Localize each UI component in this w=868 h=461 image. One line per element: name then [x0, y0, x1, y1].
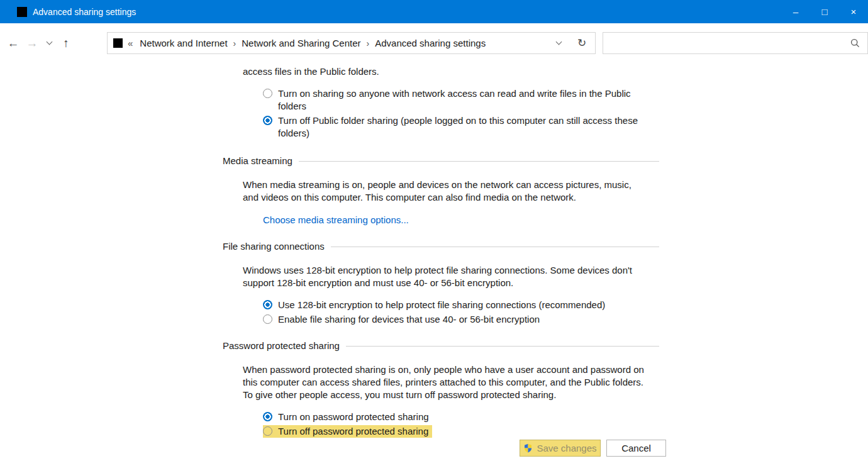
password-protected-description: When password protected sharing is on, o…	[243, 364, 649, 401]
settings-content: access files in the Public folders. Turn…	[223, 63, 659, 438]
minimize-button[interactable]: –	[781, 0, 810, 23]
nav-buttons: ← → ↑	[4, 23, 75, 63]
refresh-icon[interactable]: ↻	[569, 36, 595, 50]
radio-selected-icon[interactable]	[263, 412, 272, 421]
dialog-footer: Save changes Cancel	[520, 440, 666, 457]
radio-icon[interactable]	[263, 89, 272, 98]
radio-turn-on-password-protected-sharing[interactable]: Turn on password protected sharing	[263, 411, 659, 423]
maximize-button[interactable]: □	[810, 0, 839, 23]
address-dropdown-chevron-icon[interactable]	[548, 33, 569, 53]
section-media-streaming: Media streaming	[223, 155, 659, 167]
app-icon	[17, 7, 27, 17]
section-heading: File sharing connections	[223, 240, 325, 253]
media-streaming-description: When media streaming is on, people and d…	[243, 179, 649, 204]
section-rule	[346, 346, 659, 347]
file-sharing-description: Windows uses 128-bit encryption to help …	[243, 264, 649, 289]
choose-media-streaming-options-link[interactable]: Choose media streaming options...	[263, 214, 409, 225]
close-button[interactable]: ×	[839, 0, 868, 23]
back-icon[interactable]: ←	[4, 33, 23, 54]
forward-icon[interactable]: →	[23, 33, 42, 54]
cancel-label: Cancel	[621, 443, 651, 453]
radio-icon[interactable]	[263, 314, 272, 324]
section-password-protected-sharing: Password protected sharing	[223, 340, 659, 352]
radio-selected-icon[interactable]	[263, 116, 272, 125]
address-bar[interactable]: « Network and Internet › Network and Sha…	[107, 32, 596, 54]
breadcrumb-separator-icon: ›	[367, 38, 370, 48]
breadcrumb-overflow-icon[interactable]: «	[128, 38, 133, 48]
section-file-sharing-connections: File sharing connections	[223, 240, 659, 253]
breadcrumb-advanced-sharing-settings[interactable]: Advanced sharing settings	[374, 38, 487, 48]
search-icon[interactable]	[850, 38, 860, 48]
breadcrumb-network-and-sharing-center[interactable]: Network and Sharing Center	[240, 38, 362, 48]
section-heading: Media streaming	[223, 155, 292, 167]
recent-pages-chevron-icon[interactable]	[42, 33, 57, 54]
breadcrumb-network-and-internet[interactable]: Network and Internet	[138, 38, 228, 48]
up-icon[interactable]: ↑	[57, 33, 75, 54]
titlebar: Advanced sharing settings – □ ×	[0, 0, 868, 23]
search-box[interactable]	[603, 32, 868, 54]
save-changes-button[interactable]: Save changes	[520, 440, 601, 457]
radio-turn-on-public-folder-sharing[interactable]: Turn on sharing so anyone with network a…	[263, 87, 659, 113]
address-location-icon	[113, 38, 123, 48]
radio-selected-icon[interactable]	[263, 300, 272, 309]
section-rule	[299, 161, 659, 162]
radio-use-128-bit-encryption[interactable]: Use 128-bit encryption to help protect f…	[263, 299, 659, 311]
breadcrumb-separator-icon: ›	[233, 38, 236, 48]
radio-turn-off-password-protected-sharing[interactable]: Turn off password protected sharing	[263, 425, 432, 438]
uac-shield-icon	[523, 443, 533, 453]
radio-icon[interactable]	[263, 426, 272, 436]
section-rule	[331, 247, 659, 247]
cancel-button[interactable]: Cancel	[606, 440, 666, 457]
search-input[interactable]	[603, 33, 850, 53]
save-changes-label: Save changes	[537, 443, 596, 453]
toolbar: ← → ↑ « Network and Internet › Network a…	[0, 23, 868, 63]
radio-enable-40-56-bit-encryption[interactable]: Enable file sharing for devices that use…	[263, 313, 659, 326]
radio-turn-off-public-folder-sharing[interactable]: Turn off Public folder sharing (people l…	[263, 114, 659, 140]
window-controls: – □ ×	[781, 0, 868, 23]
section-heading: Password protected sharing	[223, 340, 340, 352]
intro-fragment: access files in the Public folders.	[243, 65, 659, 78]
window-title: Advanced sharing settings	[33, 7, 136, 17]
